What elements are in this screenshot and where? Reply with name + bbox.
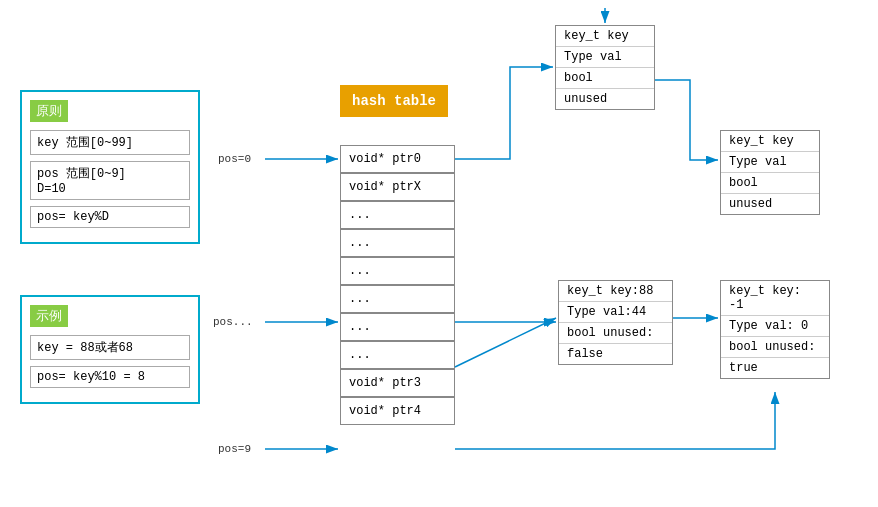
hash-slot-6: ... [340, 313, 455, 341]
entry-tl-row4: unused [556, 89, 654, 109]
hash-table-label: hash table [340, 85, 448, 117]
hash-slot-4: ... [340, 257, 455, 285]
entry-ml-row1: key_t key:88 [559, 281, 672, 302]
entry-mid-right: key_t key: -1 Type val: 0 bool unused: t… [720, 280, 830, 379]
example-box: 示例 key = 88或者68 pos= key%10 = 8 [20, 295, 200, 404]
entry-tl-row2: Type val [556, 47, 654, 68]
hash-slot-3: ... [340, 229, 455, 257]
hash-slot-9: void* ptr4 [340, 397, 455, 425]
entry-mid-left: key_t key:88 Type val:44 bool unused: fa… [558, 280, 673, 365]
hash-slot-7: ... [340, 341, 455, 369]
svg-line-7 [455, 318, 556, 367]
entry-mr-row3: bool unused: [721, 337, 829, 358]
hash-slot-5: ... [340, 285, 455, 313]
hash-table: void* ptr0 void* ptrX ... ... ... ... ..… [340, 145, 455, 425]
entry-tr-row2: Type val [721, 152, 819, 173]
hash-slot-1: void* ptrX [340, 173, 455, 201]
hash-slot-2: ... [340, 201, 455, 229]
entry-ml-row2: Type val:44 [559, 302, 672, 323]
example-item-1: key = 88或者68 [30, 335, 190, 360]
principles-item-1: key 范围[0~99] [30, 130, 190, 155]
svg-text:pos=0: pos=0 [218, 153, 251, 165]
entry-top-left: key_t key Type val bool unused [555, 25, 655, 110]
entry-mr-row1: key_t key: -1 [721, 281, 829, 316]
entry-mr-row2: Type val: 0 [721, 316, 829, 337]
entry-mr-row4: true [721, 358, 829, 378]
entry-tr-row4: unused [721, 194, 819, 214]
principles-item-3: pos= key%D [30, 206, 190, 228]
entry-top-right: key_t key Type val bool unused [720, 130, 820, 215]
entry-tr-row1: key_t key [721, 131, 819, 152]
svg-text:pos=9: pos=9 [218, 443, 251, 455]
example-item-2: pos= key%10 = 8 [30, 366, 190, 388]
example-title: 示例 [30, 305, 68, 327]
hash-slot-8: void* ptr3 [340, 369, 455, 397]
entry-ml-row3: bool unused: [559, 323, 672, 344]
entry-tr-row3: bool [721, 173, 819, 194]
principles-item-2: pos 范围[0~9]D=10 [30, 161, 190, 200]
diagram-container: 原则 key 范围[0~99] pos 范围[0~9]D=10 pos= key… [0, 0, 878, 507]
principles-box: 原则 key 范围[0~99] pos 范围[0~9]D=10 pos= key… [20, 90, 200, 244]
entry-tl-row1: key_t key [556, 26, 654, 47]
entry-tl-row3: bool [556, 68, 654, 89]
principles-title: 原则 [30, 100, 68, 122]
hash-slot-0: void* ptr0 [340, 145, 455, 173]
entry-ml-row4: false [559, 344, 672, 364]
svg-text:pos...: pos... [213, 316, 253, 328]
